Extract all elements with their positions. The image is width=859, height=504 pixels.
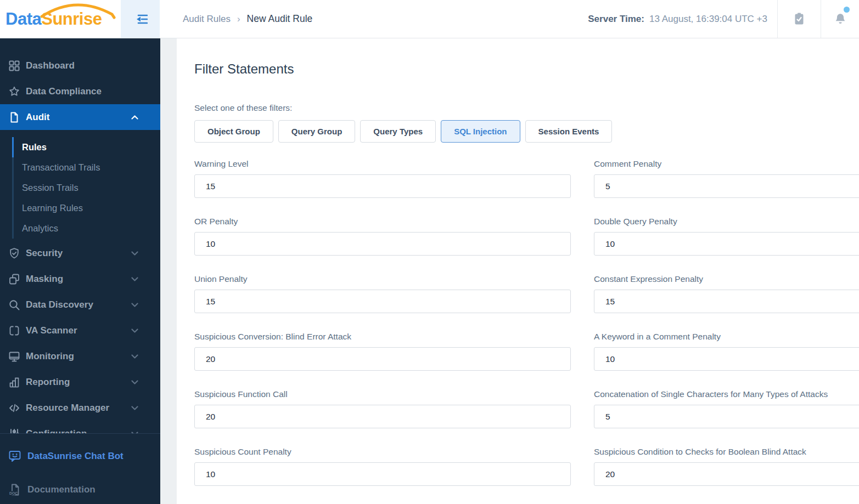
penalty-form: Warning Level Comment Penalty OR Penalty… [194,159,859,486]
content-gutter [160,38,177,504]
sliders-icon [8,427,21,434]
comment-penalty-label: Comment Penalty [594,159,859,169]
breadcrumb-separator: › [237,14,240,25]
filter-tabs: Object Group Query Group Query Types SQL… [194,120,859,143]
field-double-query-penalty: Double Query Penalty [594,217,859,256]
suspicious-function-call-label: Suspicious Function Call [194,389,571,399]
suspicious-count-penalty-label: Suspicious Count Penalty [194,447,571,457]
union-penalty-input[interactable] [194,290,571,313]
sidebar-item-dashboard[interactable]: Dashboard [0,53,160,78]
monitor-icon [8,350,21,363]
server-time-label: Server Time: [588,14,644,25]
scanner-icon [8,324,21,337]
concatenation-single-characters-input[interactable] [594,405,859,428]
keyword-in-comment-penalty-input[interactable] [594,347,859,371]
chevron-down-icon [131,380,138,384]
sidebar-item-masking[interactable]: Masking [0,266,160,292]
tab-query-types[interactable]: Query Types [360,120,436,143]
logo-text: DataSunrise [5,9,102,29]
sidebar-subitem-transactional-trails[interactable]: Transactional Trails [12,157,160,178]
sidebar-item-data-compliance[interactable]: Data Compliance [0,78,160,104]
sidebar-item-configuration[interactable]: Configuration [0,421,160,433]
tasks-clipboard-icon [793,12,806,26]
notifications-button[interactable] [821,0,859,38]
sidebar-item-resource-manager[interactable]: Resource Manager [0,395,160,421]
union-penalty-label: Union Penalty [194,274,571,284]
tasks-button[interactable] [777,0,821,38]
field-suspicious-function-call: Suspicious Function Call [194,389,571,428]
chevron-down-icon [131,329,138,333]
double-query-penalty-input[interactable] [594,232,859,256]
or-penalty-input[interactable] [194,232,571,256]
page-title: Filter Statements [194,61,859,77]
breadcrumb-audit-rules[interactable]: Audit Rules [183,14,231,25]
suspicious-condition-boolean-blind-input[interactable] [594,462,859,486]
field-warning-level: Warning Level [194,159,571,198]
field-comment-penalty: Comment Penalty [594,159,859,198]
chevron-down-icon [131,277,138,281]
chevron-down-icon [131,251,138,256]
suspicious-conversion-label: Suspicious Conversion: Blind Error Attac… [194,332,571,342]
sidebar-item-chat-bot[interactable]: DataSunrise Chat Bot [0,442,160,471]
tab-sql-injection[interactable]: SQL Injection [441,120,520,143]
audit-submenu: Rules Transactional Trails Session Trail… [0,130,160,240]
field-concatenation-single-characters: Concatenation of Single Characters for M… [594,389,859,428]
field-keyword-in-comment-penalty: A Keyword in a Comment Penalty [594,332,859,371]
tab-session-events[interactable]: Session Events [525,120,613,143]
field-union-penalty: Union Penalty [194,274,571,313]
audit-file-icon [8,111,21,124]
breadcrumb-current-page: New Audit Rule [247,13,313,25]
top-header: DataSunrise Audit Rules › New Audit Rule… [0,0,859,38]
sidebar-subitem-analytics[interactable]: Analytics [12,218,160,239]
chevron-down-icon [131,354,138,359]
sidebar-item-monitoring[interactable]: Monitoring [0,343,160,369]
constant-expression-penalty-input[interactable] [594,290,859,313]
server-time: Server Time: 13 August, 16:39:04 UTC +3 [588,0,767,38]
chevron-down-icon [131,406,138,410]
field-constant-expression-penalty: Constant Expression Penalty [594,274,859,313]
suspicious-function-call-input[interactable] [194,405,571,428]
sidebar-toggle-button[interactable] [121,0,160,38]
tab-query-group[interactable]: Query Group [278,120,356,143]
suspicious-condition-boolean-blind-label: Suspicious Condition to Checks for Boole… [594,447,859,457]
sidebar-item-reporting[interactable]: Reporting [0,369,160,395]
sidebar-subitem-rules[interactable]: Rules [12,137,160,157]
bar-chart-icon [8,376,21,389]
svg-text:DOC: DOC [9,491,18,495]
server-time-value: 13 August, 16:39:04 UTC +3 [649,14,767,25]
dashboard-icon [8,59,21,72]
sidebar-item-data-discovery[interactable]: Data Discovery [0,292,160,318]
notifications-bell-icon [833,12,847,26]
sidebar-item-va-scanner[interactable]: VA Scanner [0,318,160,343]
datasunrise-logo[interactable]: DataSunrise [0,0,121,38]
sidebar: Dashboard Data Compliance Audit [0,38,160,504]
warning-level-label: Warning Level [194,159,571,169]
breadcrumb: Audit Rules › New Audit Rule [160,0,588,38]
sidebar-item-security[interactable]: Security [0,240,160,266]
sidebar-item-audit[interactable]: Audit [0,104,160,130]
search-icon [8,298,21,312]
sidebar-subitem-learning-rules[interactable]: Learning Rules [12,198,160,218]
shield-check-icon [8,247,21,260]
tab-object-group[interactable]: Object Group [194,120,273,143]
sidebar-item-documentation[interactable]: DOC Documentation [0,475,160,504]
doc-icon: DOC [8,483,22,497]
field-or-penalty: OR Penalty [194,217,571,256]
constant-expression-penalty-label: Constant Expression Penalty [594,274,859,284]
sidebar-subitem-session-trails[interactable]: Session Trails [12,178,160,198]
or-penalty-label: OR Penalty [194,217,571,226]
main-content: Filter Statements Select one of these fi… [177,38,859,504]
chevron-down-icon [131,303,138,307]
suspicious-conversion-input[interactable] [194,347,571,371]
field-suspicious-condition-boolean-blind: Suspicious Condition to Checks for Boole… [594,447,859,486]
chevron-up-icon [131,115,138,120]
warning-level-input[interactable] [194,174,571,198]
suspicious-count-penalty-input[interactable] [194,462,571,486]
sidebar-footer: DataSunrise Chat Bot DOC Documentation [0,433,160,504]
filter-prompt: Select one of these filters: [194,103,859,113]
comment-penalty-input[interactable] [594,174,859,198]
chat-bot-icon [8,449,22,463]
sidebar-toggle-icon [133,13,148,25]
keyword-in-comment-penalty-label: A Keyword in a Comment Penalty [594,332,859,342]
double-query-penalty-label: Double Query Penalty [594,217,859,226]
